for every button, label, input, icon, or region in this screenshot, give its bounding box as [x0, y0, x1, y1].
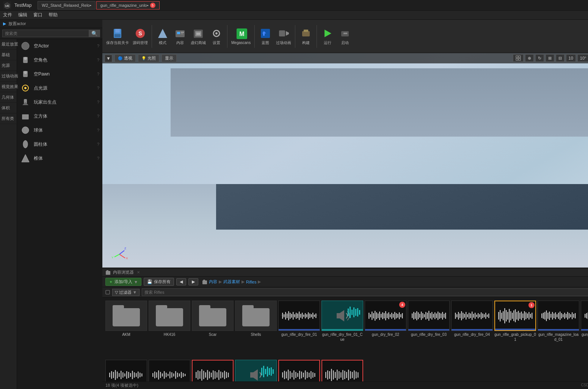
cat-visual[interactable]: 视觉效果	[0, 82, 17, 92]
path-rifles[interactable]: Rifles	[246, 280, 257, 284]
menu-help[interactable]: 帮助	[49, 12, 58, 18]
viewport-grid-size[interactable]: 10	[566, 54, 576, 62]
content-search-input[interactable]	[142, 288, 588, 296]
viewport-angle[interactable]: 10°	[577, 54, 588, 62]
asset-mag-load-01[interactable]: gun_rifle_magazine_load_01	[538, 301, 579, 355]
asset-folder-scar[interactable]: Scar	[192, 301, 234, 355]
viewport-snap-btn[interactable]: ⊟	[556, 54, 564, 62]
marketplace-button[interactable]: 虚幻商城	[189, 25, 207, 48]
cat-light[interactable]: 光源	[0, 60, 17, 71]
menu-edit[interactable]: 编辑	[18, 12, 27, 18]
settings-button[interactable]: 设置	[208, 25, 225, 48]
mode-button[interactable]: 模式	[154, 25, 171, 48]
launch-button[interactable]: 启动	[337, 25, 353, 48]
build-button[interactable]: 构建	[298, 25, 314, 48]
asset-folder-shells[interactable]: Shells	[235, 301, 277, 355]
mode-icon	[157, 27, 169, 39]
viewport-scale-btn[interactable]: ⊞	[546, 54, 554, 62]
actor-row[interactable]: 玩家出生点 ?	[17, 95, 102, 109]
asset-dry-fire-02[interactable]: 4	[365, 301, 406, 355]
svg-rect-310	[337, 370, 337, 380]
viewport-menu-btn[interactable]: ▼	[105, 55, 112, 62]
actor-row[interactable]: 点光源 ?	[17, 81, 102, 95]
svg-rect-77	[315, 313, 316, 318]
svg-marker-10	[22, 102, 28, 105]
cat-basic[interactable]: 基础	[0, 50, 17, 60]
cat-cinematic[interactable]: 过场动画	[0, 71, 17, 82]
viewport-grid-btn[interactable]	[513, 54, 524, 62]
viewport-rotate-btn[interactable]: ↻	[535, 54, 544, 62]
save-all-button[interactable]: 💾 保存所有	[144, 278, 174, 286]
actor-row[interactable]: 球体 ?	[17, 123, 102, 137]
save-icon	[111, 27, 124, 39]
filter-button[interactable]: ▽ 过滤器 ▼	[112, 289, 140, 296]
actor-row[interactable]: 空Actor ?	[17, 39, 102, 53]
save-button[interactable]: 保存当前关卡	[105, 25, 130, 48]
asset-dry-fire-01[interactable]: gun_rifle_dry_fire_01	[278, 301, 320, 355]
path-content[interactable]: 内容	[209, 279, 217, 285]
cat-volume[interactable]: 体积	[0, 103, 17, 113]
svg-rect-120	[428, 311, 429, 321]
menu-window[interactable]: 窗口	[33, 12, 42, 18]
asset-folder-hk416[interactable]: HK416	[149, 301, 190, 355]
svg-rect-67	[300, 314, 301, 318]
svg-rect-23	[181, 32, 184, 33]
search-button[interactable]: 🔍	[89, 30, 100, 37]
add-import-button[interactable]: ＋ 添加/导入 ▼	[105, 278, 141, 286]
nav-forward-button[interactable]: ▶	[188, 278, 198, 285]
svg-rect-34	[302, 31, 310, 36]
tab-w2[interactable]: W2_Stand_Relaxed_Relo•	[38, 1, 95, 9]
asset-dry-fire-04[interactable]: gun_rifle_dry_fire_04	[451, 301, 493, 355]
content-button[interactable]: 内容	[172, 25, 188, 48]
cat-recent[interactable]: 最近放置	[0, 39, 17, 50]
play-button[interactable]: 运行	[319, 25, 336, 48]
cat-geo[interactable]: 几何体	[0, 92, 17, 103]
viewport-transform-btn[interactable]: ⊕	[525, 54, 534, 62]
viewport[interactable]: ▼ 🔵 透视 💡 光照 显示 ⊕ ↻	[102, 53, 588, 268]
asset-dry-fire-03[interactable]: gun_rifle_dry_fire_03	[408, 301, 450, 355]
svg-point-8	[24, 87, 27, 89]
asset-mag-load-04[interactable]: gun_rifle_magazine_load_04	[149, 360, 190, 381]
cat-all[interactable]: 所有类	[0, 113, 17, 124]
asset-dry-fire-01-cue[interactable]: gun_rifle_dry_fire_01_Cue	[321, 301, 363, 355]
asset-mag-load-03[interactable]: gun_rifle_magazine_load_03	[105, 360, 147, 381]
mag-unload-01-cue-thumb: ✦	[235, 360, 277, 381]
project-name: TestMap	[14, 3, 31, 8]
svg-rect-169	[519, 313, 520, 319]
actor-name: 点光源	[34, 85, 97, 91]
menu-file[interactable]: 文件	[3, 12, 12, 18]
perspective-button[interactable]: 🔵 透视	[114, 54, 136, 62]
show-button[interactable]: 显示	[162, 54, 177, 62]
megascans-button[interactable]: M Megascans	[230, 25, 252, 48]
source-control-label: 源码管理	[133, 40, 148, 46]
svg-rect-163	[510, 311, 511, 320]
actor-row[interactable]: 圆柱体 ?	[17, 137, 102, 151]
blueprint-button[interactable]: 蓝图	[257, 25, 274, 48]
svg-rect-79	[348, 309, 349, 316]
asset-mag-unload-01[interactable]: gun_rifle_magazine_unload_01	[192, 360, 234, 381]
asset-mag-unload-02[interactable]: gun_rifle_magazine_unload_02	[278, 360, 320, 381]
asset-folder-akm[interactable]: AKM	[105, 301, 147, 355]
cinematics-button[interactable]: 过场动画	[274, 25, 293, 48]
asset-mag-unload-04[interactable]: gun_rifle_magazine_unload_04	[321, 360, 363, 381]
actor-row[interactable]: 立方体 ?	[17, 109, 102, 123]
svg-rect-189	[558, 313, 559, 319]
svg-rect-279	[261, 368, 262, 375]
nav-back-button[interactable]: ◀	[176, 278, 186, 285]
actor-row[interactable]: 椎体 ?	[17, 151, 102, 165]
actor-search-input[interactable]	[2, 30, 89, 37]
svg-rect-269	[213, 370, 213, 380]
path-weapons[interactable]: 武器素材	[223, 279, 240, 285]
asset-mag-unload-01-cue[interactable]: ✦ gun_rifle_magazine_unload_01_Cue	[235, 360, 277, 381]
source-control-button[interactable]: S 源码管理	[131, 25, 149, 48]
actor-row[interactable]: 空角色 ?	[17, 53, 102, 67]
svg-rect-152	[485, 313, 486, 319]
actor-row[interactable]: 空Pawn ?	[17, 67, 102, 81]
source-control-icon: S	[134, 27, 146, 39]
tab-gun-rifle[interactable]: gun_rifle_magazine_unlo• 5	[96, 1, 160, 9]
lighting-button[interactable]: 💡 光照	[138, 54, 159, 62]
svg-rect-265	[205, 372, 206, 378]
asset-mag-load-02[interactable]: gun_rifle_magazine_load_02	[581, 301, 588, 355]
viewport-toolbar: ▼ 🔵 透视 💡 光照 显示 ⊕ ↻	[102, 53, 588, 63]
asset-grab-pickup-01[interactable]: 1	[494, 301, 536, 355]
